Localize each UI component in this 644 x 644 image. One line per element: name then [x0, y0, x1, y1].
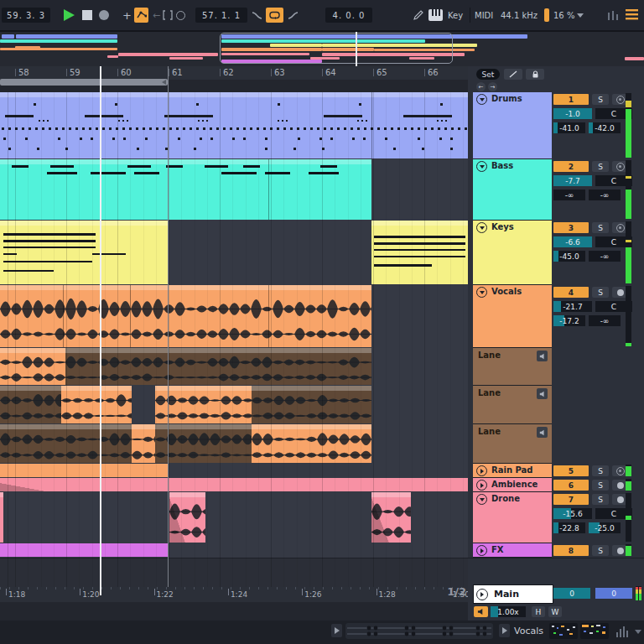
lane-audition-button[interactable]	[537, 388, 548, 399]
cpu-caret-icon[interactable]	[577, 13, 584, 18]
track-number-button[interactable]: 2	[553, 161, 589, 172]
arrangement-area[interactable]	[0, 92, 468, 587]
loop-length-display[interactable]: 4. 0. 0	[325, 8, 372, 23]
clip[interactable]	[0, 464, 168, 477]
collapse-down-icon[interactable]	[476, 494, 487, 505]
value-field[interactable]: -∞	[589, 251, 621, 262]
clip[interactable]	[0, 92, 468, 158]
track-name-block[interactable]: Vocals	[473, 285, 552, 348]
stop-button[interactable]	[82, 10, 92, 20]
clip[interactable]	[252, 386, 371, 423]
punch-in-icon[interactable]	[252, 11, 262, 20]
track-number-button[interactable]: 7	[553, 494, 589, 505]
record-button[interactable]	[99, 10, 109, 20]
clip[interactable]	[0, 159, 371, 220]
loop-switch-button[interactable]	[266, 8, 283, 23]
collapse-right-icon[interactable]	[476, 545, 487, 556]
minutes-time-ruler[interactable]: 1:181:201:221:241:261:281:30	[0, 587, 468, 602]
lane-header[interactable]: Lane	[473, 424, 552, 464]
value-field[interactable]: -6.6	[553, 236, 592, 247]
value-field[interactable]: -21.7	[553, 301, 592, 312]
punch-out-icon[interactable]	[288, 11, 299, 20]
meter-caret-icon[interactable]	[635, 630, 641, 634]
value-field[interactable]: -∞	[589, 190, 621, 200]
main-pan-field[interactable]: 0	[595, 588, 632, 599]
value-field[interactable]: -15.6	[553, 508, 592, 519]
playback-speed-field[interactable]: 1.00x	[491, 606, 526, 617]
solo-button[interactable]: S	[592, 465, 609, 476]
solo-button[interactable]: S	[592, 287, 609, 298]
clip[interactable]	[0, 221, 168, 284]
solo-button[interactable]: S	[592, 480, 609, 491]
device-view-toggle-button[interactable]	[499, 624, 510, 637]
value-field[interactable]: -∞	[553, 190, 585, 200]
beat-time-ruler[interactable]: 585960616263646566	[0, 66, 468, 80]
loop-start-display[interactable]: 57. 1. 1	[195, 8, 247, 23]
clip[interactable]	[0, 543, 168, 557]
track-name-block[interactable]: FX	[473, 543, 552, 558]
main-volume-field[interactable]: 0	[553, 588, 590, 599]
clip[interactable]	[252, 424, 371, 463]
collapse-right-icon[interactable]	[476, 465, 487, 476]
solo-button[interactable]: S	[592, 94, 609, 105]
track-name-block[interactable]: Rain Pad	[473, 464, 552, 478]
track-name-block[interactable]: Bass	[473, 159, 552, 221]
track-number-button[interactable]: 3	[553, 222, 589, 233]
menu-hamburger-icon[interactable]	[626, 9, 638, 20]
value-field[interactable]: -22.8	[553, 522, 585, 533]
loop-selection-icon[interactable]	[163, 10, 173, 20]
arrangement-overview[interactable]	[0, 32, 644, 66]
lane-header[interactable]: Lane	[473, 348, 552, 386]
automation-mode-button[interactable]	[134, 8, 148, 23]
collapse-down-icon[interactable]	[476, 161, 487, 172]
solo-button[interactable]: S	[592, 494, 609, 505]
overview-viewport-box[interactable]	[220, 33, 453, 64]
computer-midi-keyboard-icon[interactable]	[428, 9, 443, 21]
value-field[interactable]: -∞	[589, 315, 621, 326]
lane-audition-button[interactable]	[537, 351, 548, 361]
midi-map-button[interactable]: MIDI	[475, 8, 493, 23]
clip[interactable]	[155, 386, 252, 423]
playhead-line[interactable]	[100, 92, 101, 587]
value-field[interactable]: -41.0	[553, 122, 585, 133]
solo-button[interactable]: S	[592, 545, 609, 556]
output-meter-icon[interactable]	[615, 626, 631, 637]
value-field[interactable]: -17.2	[553, 315, 585, 326]
track-number-button[interactable]: 6	[553, 480, 589, 491]
track-name-block[interactable]: Ambience	[473, 478, 552, 492]
audition-button[interactable]	[474, 606, 488, 617]
track-number-button[interactable]: 5	[553, 465, 589, 476]
collapse-down-icon[interactable]	[476, 94, 487, 105]
optimize-height-button[interactable]: H	[532, 606, 545, 617]
clip[interactable]	[65, 348, 371, 385]
automation-lane-preview[interactable]	[345, 623, 493, 639]
clip[interactable]	[0, 492, 3, 543]
draw-add-icon[interactable]: +	[122, 8, 132, 23]
clip[interactable]	[155, 424, 252, 463]
device-thumbnail-1[interactable]	[549, 623, 578, 639]
clip[interactable]	[61, 386, 132, 423]
follow-button[interactable]	[176, 11, 185, 20]
collapse-right-icon[interactable]	[476, 480, 487, 491]
clip[interactable]	[0, 478, 468, 491]
clip[interactable]	[371, 492, 411, 543]
clip[interactable]	[0, 424, 132, 463]
collapse-down-icon[interactable]	[476, 222, 487, 233]
value-field[interactable]: -42.0	[589, 122, 621, 133]
clip[interactable]	[371, 221, 468, 284]
lane-audition-button[interactable]	[537, 427, 548, 438]
solo-button[interactable]: S	[592, 222, 609, 233]
draw-mode-pencil-icon[interactable]	[413, 9, 424, 21]
value-field[interactable]: -1.0	[553, 108, 592, 119]
lane-header[interactable]: Lane	[473, 386, 552, 424]
back-to-arrangement-button[interactable]: ←	[153, 8, 160, 23]
clip-view-toggle-button[interactable]	[331, 624, 342, 637]
track-number-button[interactable]: 4	[553, 287, 589, 298]
overview-scroll-handle[interactable]	[0, 79, 168, 86]
arrangement-position-display[interactable]: 59. 3. 3	[2, 8, 50, 23]
key-map-button[interactable]: Key	[448, 8, 463, 23]
insert-marker-line[interactable]	[168, 92, 169, 587]
device-thumbnail-2[interactable]	[580, 623, 609, 639]
play-button[interactable]	[64, 9, 75, 21]
value-field[interactable]: -25.0	[589, 522, 621, 533]
